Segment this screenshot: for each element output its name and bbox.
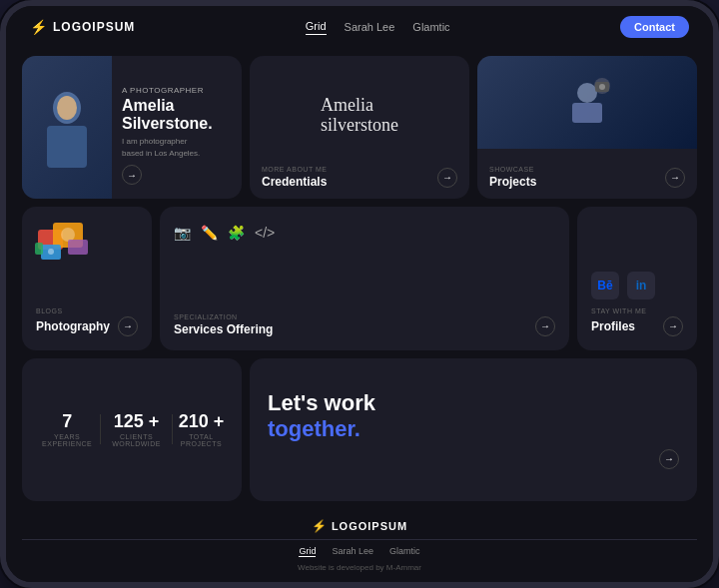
footer-logo-text: LOGOIPSUM xyxy=(332,520,407,532)
logo-icon: ⚡ xyxy=(30,19,47,35)
services-arrow-button[interactable]: → xyxy=(535,316,555,336)
cta-arrow-button[interactable]: → xyxy=(659,449,679,469)
code-icon: </> xyxy=(255,225,275,241)
footer-logo: ⚡ LOGOIPSUM xyxy=(312,519,407,533)
profile-subtitle: A PHOTOGRAPHER xyxy=(122,86,228,95)
nav-link-glamtic[interactable]: Glamtic xyxy=(412,21,449,33)
svg-point-8 xyxy=(599,84,605,90)
stat-clients: 125 + CLIENTS WORLDWIDE xyxy=(101,412,172,447)
projects-bottom: SHOWCASE Projects → xyxy=(489,166,685,189)
camera-icon: 📷 xyxy=(174,225,191,241)
projects-label: SHOWCASE xyxy=(489,166,536,173)
grid-row-2: BLOGS Photography → 📷 ✏️ 🧩 </> xyxy=(22,207,697,349)
footer-nav-glamtic[interactable]: Glamtic xyxy=(389,546,420,557)
cta-bottom: → xyxy=(268,449,679,469)
photography-svg xyxy=(33,215,98,270)
pencil-icon: ✏️ xyxy=(201,225,218,241)
navbar: ⚡ LOGOIPSUM Grid Sarah Lee Glamtic Conta… xyxy=(6,6,713,48)
svg-point-11 xyxy=(61,228,75,242)
logo-area: ⚡ LOGOIPSUM xyxy=(30,19,135,35)
svg-rect-2 xyxy=(47,126,87,168)
profiles-card: Bē in STAY WITH ME Profiles → xyxy=(577,207,697,349)
stats-card: 7 YEARS EXPERIENCE 125 + CLIENTS WORLDWI… xyxy=(22,358,242,501)
profiles-arrow-button[interactable]: → xyxy=(663,316,683,336)
svg-rect-15 xyxy=(35,243,43,255)
footer-nav-sarah[interactable]: Sarah Lee xyxy=(332,546,373,557)
profile-arrow-button[interactable]: → xyxy=(122,165,142,185)
footer-logo-icon: ⚡ xyxy=(312,519,327,533)
contact-button[interactable]: Contact xyxy=(620,16,689,38)
nav-link-sarah[interactable]: Sarah Lee xyxy=(345,21,395,33)
camera-person-svg xyxy=(557,78,617,128)
projects-card: SHOWCASE Projects → xyxy=(477,56,697,199)
stat-projects: 210 + TOTAL PROJECTS xyxy=(173,412,230,447)
footer-nav-grid[interactable]: Grid xyxy=(299,546,316,557)
right-section: Ameliasilverstone MORE ABOUT ME Credenti… xyxy=(250,56,697,199)
profiles-bottom: Profiles → xyxy=(591,316,683,336)
credentials-card: Ameliasilverstone MORE ABOUT ME Credenti… xyxy=(250,56,469,199)
nav-links: Grid Sarah Lee Glamtic xyxy=(306,20,450,35)
services-title: Services Offering xyxy=(174,322,273,336)
social-icons-row: Bē in xyxy=(591,272,683,299)
blogs-arrow-button[interactable]: → xyxy=(118,316,138,336)
logo-text: LOGOIPSUM xyxy=(53,20,135,34)
cta-line1: Let's work xyxy=(268,390,375,415)
stat-years: 7 YEARS EXPERIENCE xyxy=(34,412,100,447)
services-label: SPECIALIZATION xyxy=(174,313,273,320)
behance-button[interactable]: Bē xyxy=(591,272,619,299)
blogs-card: BLOGS Photography → xyxy=(22,207,152,349)
main-content: A PHOTOGRAPHER Amelia Silverstone. I am … xyxy=(6,48,713,509)
profile-info: A PHOTOGRAPHER Amelia Silverstone. I am … xyxy=(122,86,228,185)
cta-line2: together. xyxy=(268,416,360,441)
cta-card: Let's work together. → xyxy=(250,358,697,501)
services-card: 📷 ✏️ 🧩 </> SPECIALIZATION Services Offer… xyxy=(160,207,569,349)
nav-link-grid[interactable]: Grid xyxy=(306,20,327,35)
grid-row-1: A PHOTOGRAPHER Amelia Silverstone. I am … xyxy=(22,56,697,199)
footer: ⚡ LOGOIPSUM Grid Sarah Lee Glamtic Websi… xyxy=(6,509,713,582)
svg-point-3 xyxy=(57,96,77,120)
credentials-arrow-button[interactable]: → xyxy=(437,168,457,188)
credentials-label: MORE ABOUT ME xyxy=(262,166,328,173)
blogs-label: BLOGS xyxy=(36,307,138,314)
services-bottom: SPECIALIZATION Services Offering → xyxy=(174,313,555,336)
footer-credit: Website is developed by M-Ammar xyxy=(298,563,421,572)
projects-arrow-button[interactable]: → xyxy=(665,168,685,188)
profile-name: Amelia Silverstone. xyxy=(122,97,228,132)
footer-nav: Grid Sarah Lee Glamtic xyxy=(299,546,419,557)
services-icons-row: 📷 ✏️ 🧩 </> xyxy=(174,225,555,241)
stat-years-number: 7 xyxy=(34,412,100,430)
stat-clients-number: 125 + xyxy=(101,412,172,430)
tablet-frame: ⚡ LOGOIPSUM Grid Sarah Lee Glamtic Conta… xyxy=(0,0,719,588)
credentials-bottom: MORE ABOUT ME Credentials → xyxy=(262,166,457,189)
svg-point-14 xyxy=(48,249,54,255)
cta-text: Let's work together. xyxy=(268,390,679,443)
profile-card: A PHOTOGRAPHER Amelia Silverstone. I am … xyxy=(22,56,242,199)
person-svg xyxy=(37,88,97,168)
blogs-title: Photography xyxy=(36,319,110,333)
svg-rect-5 xyxy=(572,103,602,123)
credentials-title: Credentials xyxy=(262,175,328,189)
grid-row-3: 7 YEARS EXPERIENCE 125 + CLIENTS WORLDWI… xyxy=(22,358,697,501)
profile-image xyxy=(22,56,112,199)
stat-projects-number: 210 + xyxy=(173,412,230,430)
stat-projects-label: TOTAL PROJECTS xyxy=(173,433,230,447)
stat-clients-label: CLIENTS WORLDWIDE xyxy=(101,433,172,447)
svg-rect-13 xyxy=(68,240,88,255)
profiles-label: STAY WITH ME xyxy=(591,307,683,314)
blogs-illustration xyxy=(30,215,100,270)
handwritten-signature: Ameliasilverstone xyxy=(262,66,457,166)
colorful-icon xyxy=(30,215,100,270)
puzzle-icon: 🧩 xyxy=(228,225,245,241)
profile-desc: I am photographerbased in Los Angeles. xyxy=(122,136,228,158)
linkedin-button[interactable]: in xyxy=(627,272,655,299)
projects-image xyxy=(477,56,697,149)
footer-divider xyxy=(22,539,697,540)
stat-years-label: YEARS EXPERIENCE xyxy=(34,433,100,447)
profiles-title: Profiles xyxy=(591,319,635,333)
projects-title: Projects xyxy=(489,175,536,189)
